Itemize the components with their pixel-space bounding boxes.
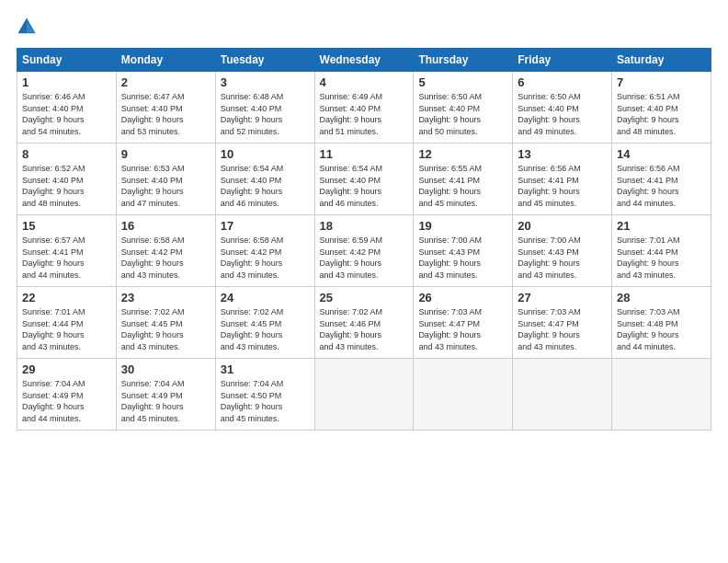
day-info: Sunrise: 6:56 AM Sunset: 4:41 PM Dayligh… [518, 163, 607, 209]
day-info: Sunrise: 6:58 AM Sunset: 4:42 PM Dayligh… [221, 235, 310, 281]
day-info: Sunrise: 6:56 AM Sunset: 4:41 PM Dayligh… [617, 163, 706, 209]
calendar-cell: 17Sunrise: 6:58 AM Sunset: 4:42 PM Dayli… [215, 215, 314, 287]
calendar-cell: 30Sunrise: 7:04 AM Sunset: 4:49 PM Dayli… [116, 359, 215, 431]
calendar-cell [314, 359, 414, 431]
calendar-cell: 13Sunrise: 6:56 AM Sunset: 4:41 PM Dayli… [513, 144, 612, 215]
calendar-cell [513, 359, 612, 431]
day-info: Sunrise: 7:03 AM Sunset: 4:47 PM Dayligh… [518, 306, 607, 352]
day-number: 1 [22, 75, 111, 89]
day-info: Sunrise: 6:51 AM Sunset: 4:40 PM Dayligh… [617, 91, 706, 137]
calendar-week-5: 29Sunrise: 7:04 AM Sunset: 4:49 PM Dayli… [17, 359, 711, 431]
day-number: 27 [518, 291, 607, 304]
column-header-wednesday: Wednesday [314, 49, 414, 72]
calendar-cell: 26Sunrise: 7:03 AM Sunset: 4:47 PM Dayli… [414, 287, 513, 359]
logo [17, 17, 40, 37]
day-info: Sunrise: 7:04 AM Sunset: 4:50 PM Dayligh… [221, 378, 310, 424]
day-number: 16 [121, 219, 210, 233]
day-number: 20 [518, 219, 607, 233]
day-info: Sunrise: 6:54 AM Sunset: 4:40 PM Dayligh… [320, 163, 409, 209]
column-header-friday: Friday [513, 49, 612, 72]
calendar-cell: 24Sunrise: 7:02 AM Sunset: 4:45 PM Dayli… [215, 287, 314, 359]
calendar-cell: 20Sunrise: 7:00 AM Sunset: 4:43 PM Dayli… [513, 215, 612, 287]
logo-icon [17, 17, 37, 37]
day-info: Sunrise: 6:52 AM Sunset: 4:40 PM Dayligh… [22, 163, 111, 209]
day-number: 25 [320, 291, 409, 304]
day-number: 19 [418, 219, 507, 233]
calendar-cell [414, 359, 513, 431]
day-number: 17 [221, 219, 310, 233]
calendar-cell [612, 359, 711, 431]
day-number: 30 [121, 362, 210, 376]
calendar-cell: 8Sunrise: 6:52 AM Sunset: 4:40 PM Daylig… [17, 144, 117, 215]
calendar-cell: 28Sunrise: 7:03 AM Sunset: 4:48 PM Dayli… [612, 287, 711, 359]
day-number: 21 [617, 219, 706, 233]
day-number: 22 [22, 291, 111, 304]
day-number: 28 [617, 291, 706, 304]
page-container: SundayMondayTuesdayWednesdayThursdayFrid… [0, 0, 728, 440]
calendar-cell: 11Sunrise: 6:54 AM Sunset: 4:40 PM Dayli… [314, 144, 414, 215]
day-number: 10 [221, 147, 310, 161]
day-number: 14 [617, 147, 706, 161]
calendar-table: SundayMondayTuesdayWednesdayThursdayFrid… [17, 48, 711, 431]
calendar-cell: 22Sunrise: 7:01 AM Sunset: 4:44 PM Dayli… [17, 287, 117, 359]
day-info: Sunrise: 6:47 AM Sunset: 4:40 PM Dayligh… [121, 91, 210, 137]
day-number: 15 [22, 219, 111, 233]
calendar-cell: 21Sunrise: 7:01 AM Sunset: 4:44 PM Dayli… [612, 215, 711, 287]
day-info: Sunrise: 7:01 AM Sunset: 4:44 PM Dayligh… [22, 306, 111, 352]
calendar-cell: 19Sunrise: 7:00 AM Sunset: 4:43 PM Dayli… [414, 215, 513, 287]
day-info: Sunrise: 7:02 AM Sunset: 4:45 PM Dayligh… [121, 306, 210, 352]
calendar-week-3: 15Sunrise: 6:57 AM Sunset: 4:41 PM Dayli… [17, 215, 711, 287]
day-number: 9 [121, 147, 210, 161]
day-number: 7 [617, 75, 706, 89]
calendar-cell: 3Sunrise: 6:48 AM Sunset: 4:40 PM Daylig… [215, 72, 314, 144]
column-header-saturday: Saturday [612, 49, 711, 72]
day-number: 31 [221, 362, 310, 376]
day-number: 5 [418, 75, 507, 89]
day-info: Sunrise: 6:57 AM Sunset: 4:41 PM Dayligh… [22, 235, 111, 281]
day-number: 11 [320, 147, 409, 161]
column-header-thursday: Thursday [414, 49, 513, 72]
day-number: 12 [418, 147, 507, 161]
day-number: 29 [22, 362, 111, 376]
calendar-week-4: 22Sunrise: 7:01 AM Sunset: 4:44 PM Dayli… [17, 287, 711, 359]
day-info: Sunrise: 6:54 AM Sunset: 4:40 PM Dayligh… [221, 163, 310, 209]
column-header-monday: Monday [116, 49, 215, 72]
day-info: Sunrise: 7:02 AM Sunset: 4:46 PM Dayligh… [320, 306, 409, 352]
day-info: Sunrise: 6:58 AM Sunset: 4:42 PM Dayligh… [121, 235, 210, 281]
day-info: Sunrise: 6:50 AM Sunset: 4:40 PM Dayligh… [418, 91, 507, 137]
calendar-cell: 31Sunrise: 7:04 AM Sunset: 4:50 PM Dayli… [215, 359, 314, 431]
day-info: Sunrise: 7:04 AM Sunset: 4:49 PM Dayligh… [22, 378, 111, 424]
calendar-cell: 6Sunrise: 6:50 AM Sunset: 4:40 PM Daylig… [513, 72, 612, 144]
day-info: Sunrise: 6:49 AM Sunset: 4:40 PM Dayligh… [320, 91, 409, 137]
day-info: Sunrise: 6:50 AM Sunset: 4:40 PM Dayligh… [518, 91, 607, 137]
day-number: 18 [320, 219, 409, 233]
day-info: Sunrise: 7:03 AM Sunset: 4:47 PM Dayligh… [418, 306, 507, 352]
calendar-cell: 9Sunrise: 6:53 AM Sunset: 4:40 PM Daylig… [116, 144, 215, 215]
calendar-cell: 25Sunrise: 7:02 AM Sunset: 4:46 PM Dayli… [314, 287, 414, 359]
day-info: Sunrise: 6:46 AM Sunset: 4:40 PM Dayligh… [22, 91, 111, 137]
column-header-sunday: Sunday [17, 49, 117, 72]
calendar-cell: 2Sunrise: 6:47 AM Sunset: 4:40 PM Daylig… [116, 72, 215, 144]
day-number: 8 [22, 147, 111, 161]
calendar-cell: 7Sunrise: 6:51 AM Sunset: 4:40 PM Daylig… [612, 72, 711, 144]
calendar-cell: 18Sunrise: 6:59 AM Sunset: 4:42 PM Dayli… [314, 215, 414, 287]
day-info: Sunrise: 6:48 AM Sunset: 4:40 PM Dayligh… [221, 91, 310, 137]
calendar-cell: 23Sunrise: 7:02 AM Sunset: 4:45 PM Dayli… [116, 287, 215, 359]
day-number: 2 [121, 75, 210, 89]
calendar-week-2: 8Sunrise: 6:52 AM Sunset: 4:40 PM Daylig… [17, 144, 711, 215]
day-info: Sunrise: 6:53 AM Sunset: 4:40 PM Dayligh… [121, 163, 210, 209]
calendar-cell: 14Sunrise: 6:56 AM Sunset: 4:41 PM Dayli… [612, 144, 711, 215]
calendar-cell: 12Sunrise: 6:55 AM Sunset: 4:41 PM Dayli… [414, 144, 513, 215]
day-info: Sunrise: 6:59 AM Sunset: 4:42 PM Dayligh… [320, 235, 409, 281]
calendar-cell: 27Sunrise: 7:03 AM Sunset: 4:47 PM Dayli… [513, 287, 612, 359]
day-info: Sunrise: 7:03 AM Sunset: 4:48 PM Dayligh… [617, 306, 706, 352]
day-number: 4 [320, 75, 409, 89]
calendar-cell: 16Sunrise: 6:58 AM Sunset: 4:42 PM Dayli… [116, 215, 215, 287]
calendar-cell: 1Sunrise: 6:46 AM Sunset: 4:40 PM Daylig… [17, 72, 117, 144]
day-number: 3 [221, 75, 310, 89]
calendar-cell: 4Sunrise: 6:49 AM Sunset: 4:40 PM Daylig… [314, 72, 414, 144]
day-info: Sunrise: 6:55 AM Sunset: 4:41 PM Dayligh… [418, 163, 507, 209]
calendar-cell: 5Sunrise: 6:50 AM Sunset: 4:40 PM Daylig… [414, 72, 513, 144]
day-info: Sunrise: 7:02 AM Sunset: 4:45 PM Dayligh… [221, 306, 310, 352]
calendar-cell: 29Sunrise: 7:04 AM Sunset: 4:49 PM Dayli… [17, 359, 117, 431]
